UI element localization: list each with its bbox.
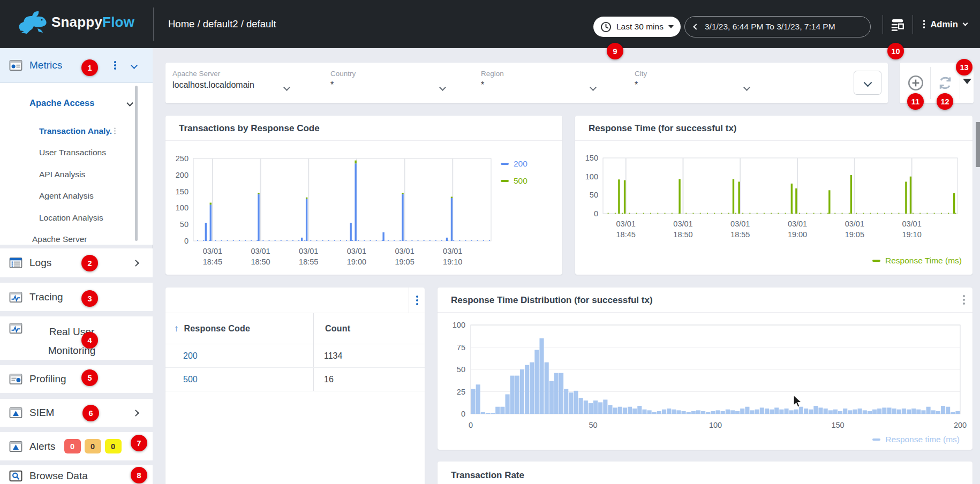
alert-count-critical: 0 xyxy=(64,439,81,453)
svg-text:0: 0 xyxy=(461,410,465,418)
count-value: 1134 xyxy=(324,351,342,360)
annotation-badge-5: 5 xyxy=(81,369,98,386)
sort-ascending-icon[interactable]: ↑ xyxy=(174,323,179,334)
submenu-group-apache-access[interactable]: Apache Access xyxy=(0,88,134,117)
sidebar-item-browse-data[interactable]: Browse Data xyxy=(0,465,153,484)
submenu-item-location-analysis[interactable]: Location Analysis xyxy=(0,207,134,229)
time-range-button[interactable]: Last 30 mins xyxy=(593,17,681,37)
annotation-badge-4: 4 xyxy=(81,332,98,349)
chevron-down-icon xyxy=(863,79,872,87)
legend-item-response-time[interactable]: Response Time (ms) xyxy=(872,256,962,266)
chevron-right-icon[interactable] xyxy=(132,260,139,267)
svg-text:18:50: 18:50 xyxy=(673,230,692,239)
refresh-button[interactable] xyxy=(937,75,953,91)
sidebar-item-siem[interactable]: SIEM xyxy=(0,399,153,427)
sidebar-item-label: Real User Monitoring xyxy=(26,322,117,360)
sidebar-item-label: Browse Data xyxy=(29,470,88,482)
brand-name: SnappyFlow xyxy=(51,14,134,31)
card-title: Response Time Distribution (for successf… xyxy=(451,288,653,313)
filter-region[interactable]: Region * xyxy=(481,70,598,90)
filter-country[interactable]: Country * xyxy=(330,70,447,90)
alerts-icon xyxy=(9,441,22,452)
sidebar-item-real-user-monitoring[interactable]: Real User Monitoring xyxy=(0,316,153,360)
table-header-row: ↑ Response Code Count xyxy=(165,313,425,344)
svg-text:03/01: 03/01 xyxy=(673,220,692,228)
filter-value[interactable]: * xyxy=(635,80,751,90)
legend-item-500[interactable]: 500 xyxy=(501,176,527,186)
sidebar: Metrics Apache Access Transaction Analy.… xyxy=(0,48,153,484)
chart-card-transactions-by-response-code: Transactions by Response Code 03/0118:45… xyxy=(165,116,562,275)
filter-label: Apache Server xyxy=(172,70,296,78)
profiling-icon xyxy=(9,373,22,385)
sidebar-item-label: Profiling xyxy=(29,373,66,385)
distribution-chart[interactable]: 0255075100050100150200 xyxy=(438,313,973,450)
toolbar-dropdown-arrow[interactable] xyxy=(963,79,971,84)
filter-bar: Apache Server localhost.localdomain Coun… xyxy=(165,63,888,103)
filter-label: City xyxy=(635,70,751,78)
top-header: SnappyFlow Home / default2 / default Las… xyxy=(0,0,980,48)
response-code-link[interactable]: 500 xyxy=(183,375,198,384)
legend-item-response-time-dist[interactable]: Response time (ms) xyxy=(872,435,960,444)
submenu-item-api-analysis[interactable]: API Analysis xyxy=(0,164,134,185)
filter-value[interactable]: * xyxy=(481,80,598,90)
siem-icon xyxy=(9,407,22,419)
legend-item-200[interactable]: 200 xyxy=(501,159,527,169)
annotation-number: 1 xyxy=(87,64,92,72)
user-menu[interactable]: Admin xyxy=(923,13,967,35)
date-range-control[interactable]: 3/1/23, 6:44 PM To 3/1/23, 7:14 PM xyxy=(684,16,871,37)
card-menu-icon[interactable] xyxy=(963,299,965,301)
card-title: Transaction Rate xyxy=(451,462,524,484)
table-menu-button[interactable] xyxy=(409,288,425,313)
brand-name-primary: Snappy xyxy=(51,14,102,30)
chevron-left-icon[interactable] xyxy=(693,24,699,29)
filter-label: Country xyxy=(330,70,447,78)
annotation-number: 8 xyxy=(137,471,141,480)
annotation-number: 4 xyxy=(87,336,92,345)
sidebar-item-tracing[interactable]: Tracing xyxy=(0,283,153,311)
submenu-item-transaction-analysis[interactable]: Transaction Analy. xyxy=(0,120,134,142)
submenu-item-apache-server[interactable]: Apache Server xyxy=(0,229,134,245)
svg-text:100: 100 xyxy=(176,203,189,212)
brand-logo[interactable]: SnappyFlow xyxy=(16,7,134,36)
column-header-count[interactable]: Count xyxy=(313,324,350,334)
column-header-response-code[interactable]: ↑ Response Code xyxy=(165,323,313,334)
zoom-add-button[interactable] xyxy=(907,74,925,92)
chevron-down-icon[interactable] xyxy=(126,100,133,107)
svg-text:19:00: 19:00 xyxy=(347,258,366,266)
response-code-link[interactable]: 200 xyxy=(183,351,198,360)
svg-text:19:05: 19:05 xyxy=(845,230,864,239)
annotation-number: 11 xyxy=(911,97,919,106)
header-divider xyxy=(883,15,883,34)
submenu-item-agent-analysis[interactable]: Agent Analysis xyxy=(0,185,134,207)
sidebar-gap xyxy=(0,427,153,432)
submenu-item-label: Agent Analysis xyxy=(39,191,94,201)
annotation-number: 6 xyxy=(88,409,93,418)
svg-text:03/01: 03/01 xyxy=(299,247,318,255)
chevron-right-icon[interactable] xyxy=(132,410,139,417)
chevron-down-icon[interactable] xyxy=(131,62,138,69)
mouse-cursor xyxy=(793,395,803,408)
metrics-options-icon[interactable] xyxy=(114,64,116,66)
annotation-badge-13: 13 xyxy=(956,59,973,75)
drag-handle-icon[interactable] xyxy=(114,131,116,132)
filter-apache-server[interactable]: Apache Server localhost.localdomain xyxy=(172,70,296,90)
response-time-chart[interactable]: 03/0118:4503/0118:5003/0118:5503/0119:00… xyxy=(575,140,973,275)
page-scrollbar[interactable] xyxy=(976,122,980,167)
dashboard-layout-icon[interactable] xyxy=(890,17,905,32)
sidebar-item-label: Metrics xyxy=(29,59,62,71)
sidebar-item-metrics[interactable]: Metrics xyxy=(0,48,153,83)
submenu-item-label: Transaction Analy. xyxy=(39,126,112,136)
submenu-scrollbar[interactable] xyxy=(135,86,138,241)
filter-value[interactable]: localhost.localdomain xyxy=(172,80,296,90)
sidebar-item-label: Logs xyxy=(29,257,51,269)
sidebar-item-logs[interactable]: Logs xyxy=(0,248,153,277)
sidebar-item-profiling[interactable]: Profiling xyxy=(0,365,153,393)
svg-text:03/01: 03/01 xyxy=(347,247,366,255)
submenu-item-user-transactions[interactable]: User Transactions xyxy=(0,142,134,163)
submenu-item-label: API Analysis xyxy=(39,170,85,179)
sidebar-gap xyxy=(0,277,153,283)
filter-value[interactable]: * xyxy=(330,80,447,90)
filter-city[interactable]: City * xyxy=(635,70,751,90)
sidebar-item-alerts[interactable]: Alerts 0 0 0 xyxy=(0,432,153,460)
expand-filters-button[interactable] xyxy=(854,71,881,95)
